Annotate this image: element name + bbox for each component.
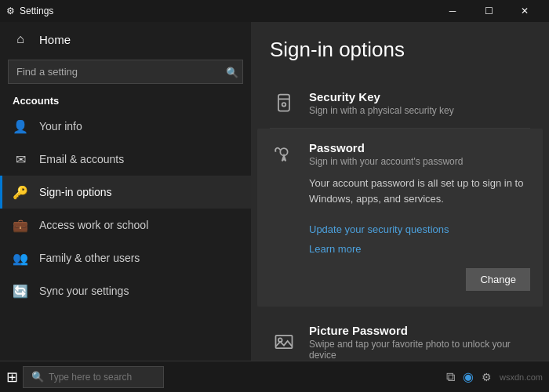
sidebar-item-home[interactable]: ⌂ Home: [0, 22, 251, 56]
home-icon: ⌂: [13, 31, 28, 47]
sidebar-item-email-accounts[interactable]: ✉ Email & accounts: [0, 143, 251, 176]
nav-label-email-accounts: Email & accounts: [39, 153, 124, 165]
taskbar-right: ⧉ ◉ ⚙ wsxdn.com: [446, 369, 543, 384]
sync-icon: 🔄: [13, 283, 28, 299]
taskbar-search-box: 🔍: [23, 366, 164, 388]
taskbar-search-input[interactable]: [49, 372, 158, 383]
settings-taskbar-icon[interactable]: ⚙: [482, 371, 492, 383]
update-security-questions-link[interactable]: Update your security questions: [309, 222, 530, 238]
search-input[interactable]: [8, 60, 243, 84]
password-body: Your account password is all set up to s…: [270, 168, 530, 296]
password-icon: [270, 140, 298, 168]
password-title: Password: [309, 141, 463, 154]
nav-label-sync: Sync your settings: [39, 285, 129, 297]
password-header: Password Sign in with your account's pas…: [270, 140, 530, 168]
edge-icon[interactable]: ◉: [463, 369, 474, 384]
picture-password-card[interactable]: Picture Password Swipe and tap your favo…: [270, 313, 530, 361]
title-bar-controls: ─ ☐ ✕: [434, 0, 543, 22]
learn-more-link[interactable]: Learn more: [309, 241, 530, 257]
picture-password-icon: [270, 328, 298, 356]
picture-password-header: Picture Password Swipe and tap your favo…: [270, 324, 530, 361]
picture-password-subtitle: Swipe and tap your favorite photo to unl…: [309, 339, 530, 361]
taskbar-left: ⊞ 🔍: [6, 366, 164, 388]
app-title: Settings: [20, 5, 53, 16]
people-icon: 👥: [13, 250, 28, 266]
email-icon: ✉: [13, 151, 28, 167]
security-key-header: Security Key Sign in with a physical sec…: [270, 89, 530, 117]
right-panel: Sign-in options Security Key Sign in wit…: [251, 22, 549, 361]
picture-password-title: Picture Password: [309, 324, 530, 337]
svg-point-2: [282, 103, 286, 107]
sidebar-item-sync[interactable]: 🔄 Sync your settings: [0, 274, 251, 307]
nav-label-sign-in-options: Sign-in options: [39, 186, 112, 198]
key-icon: 🔑: [13, 184, 28, 200]
nav-label-access-work: Access work or school: [39, 219, 148, 231]
security-key-card[interactable]: Security Key Sign in with a physical sec…: [270, 78, 530, 129]
password-subtitle: Sign in with your account's password: [309, 156, 463, 167]
title-bar-left: ⚙ Settings: [6, 5, 53, 16]
password-text: Password Sign in with your account's pas…: [309, 141, 463, 167]
task-view-icon[interactable]: ⧉: [446, 370, 455, 384]
change-button[interactable]: Change: [466, 268, 530, 291]
security-key-icon: [270, 89, 298, 117]
security-key-title: Security Key: [309, 90, 454, 103]
home-label: Home: [39, 33, 71, 46]
title-bar: ⚙ Settings ─ ☐ ✕: [0, 0, 549, 22]
security-key-subtitle: Sign in with a physical security key: [309, 105, 454, 116]
maximize-button[interactable]: ☐: [471, 0, 507, 22]
windows-icon[interactable]: ⊞: [6, 368, 18, 386]
sidebar-item-your-info[interactable]: 👤 Your info: [0, 110, 251, 143]
settings-icon: ⚙: [6, 5, 15, 16]
section-label: Accounts: [0, 90, 251, 110]
close-button[interactable]: ✕: [507, 0, 543, 22]
sidebar: ⌂ Home 🔍 Accounts 👤 Your info ✉ Email & …: [0, 22, 251, 361]
brand-label: wsxdn.com: [500, 372, 543, 382]
password-body-text: Your account password is all set up to s…: [309, 176, 530, 206]
sidebar-item-sign-in-options[interactable]: 🔑 Sign-in options: [0, 176, 251, 209]
briefcase-icon: 💼: [13, 217, 28, 233]
minimize-button[interactable]: ─: [434, 0, 471, 22]
taskbar-search-icon: 🔍: [31, 371, 44, 383]
sidebar-item-access-work[interactable]: 💼 Access work or school: [0, 209, 251, 241]
sidebar-item-family[interactable]: 👥 Family & other users: [0, 241, 251, 274]
search-button[interactable]: 🔍: [226, 66, 238, 78]
picture-password-text: Picture Password Swipe and tap your favo…: [309, 324, 530, 361]
main-content: ⌂ Home 🔍 Accounts 👤 Your info ✉ Email & …: [0, 22, 549, 361]
page-title: Sign-in options: [270, 38, 530, 62]
nav-label-family: Family & other users: [39, 252, 140, 264]
security-key-text: Security Key Sign in with a physical sec…: [309, 90, 454, 116]
search-box: 🔍: [8, 60, 243, 84]
password-card[interactable]: Password Sign in with your account's pas…: [257, 129, 543, 307]
taskbar: ⊞ 🔍 ⧉ ◉ ⚙ wsxdn.com: [0, 361, 549, 392]
nav-label-your-info: Your info: [39, 120, 82, 132]
person-icon: 👤: [13, 118, 28, 134]
